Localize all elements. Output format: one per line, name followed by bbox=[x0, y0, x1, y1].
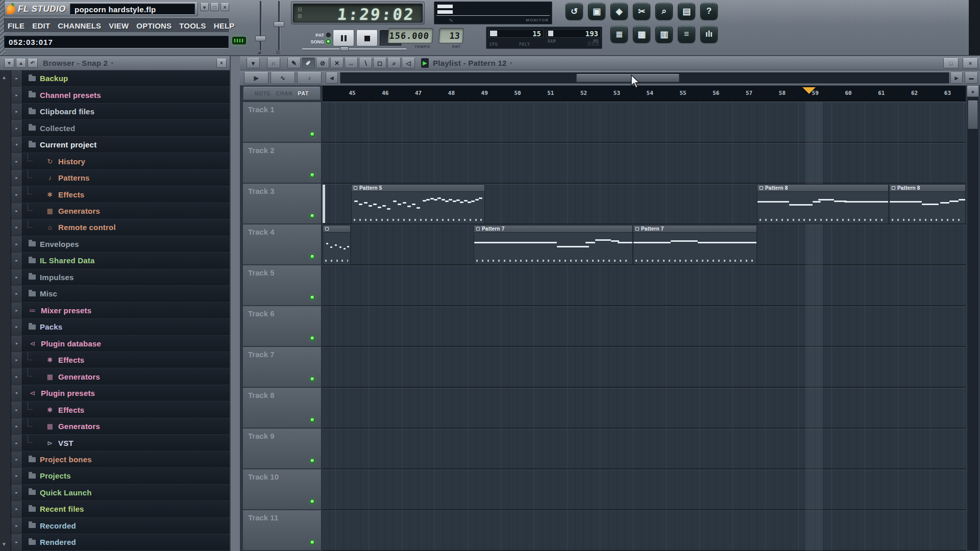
menu-item-help[interactable]: HELP bbox=[214, 21, 235, 30]
tempo-display[interactable]: 156.000 bbox=[387, 28, 433, 43]
expand-arrow-icon[interactable]: ▾ bbox=[11, 137, 22, 153]
mixer-button[interactable]: ≡ bbox=[678, 26, 695, 43]
expand-arrow-icon[interactable]: ▸ bbox=[11, 303, 22, 318]
browser-item-il-shared-data[interactable]: ▸IL Shared Data bbox=[11, 253, 230, 269]
draw-tool-button[interactable]: ✎ bbox=[287, 58, 301, 68]
expand-arrow-icon[interactable]: ▾ bbox=[11, 385, 22, 401]
mode-tab-pat[interactable]: PAT bbox=[298, 91, 309, 96]
clip-header[interactable]: Pattern 7 bbox=[474, 226, 632, 233]
pattern-clip-pattern-8[interactable]: Pattern 8 bbox=[757, 184, 889, 224]
snap-magnet-button[interactable]: ∩ bbox=[267, 58, 280, 68]
notes-view-button[interactable]: ♪ bbox=[297, 72, 322, 84]
browser-item-generators[interactable]: ▸▦Generators bbox=[11, 418, 230, 435]
typing-keyboard-indicator[interactable] bbox=[232, 37, 246, 44]
track-header-11[interactable]: Track 11 bbox=[243, 510, 322, 550]
browser-item-channel-presets[interactable]: ▸Channel presets bbox=[11, 87, 230, 103]
pattern-clip-pattern-7[interactable]: Pattern 7 bbox=[474, 225, 633, 265]
time-mode-icons[interactable]: ⊟⊞ bbox=[298, 7, 302, 19]
vertical-scrollbar[interactable]: ▲ bbox=[967, 86, 979, 551]
track-enable-led[interactable] bbox=[310, 417, 315, 422]
picker-panel-button[interactable]: ▶ bbox=[244, 72, 268, 84]
pattern-number-display[interactable]: 13 bbox=[438, 28, 464, 43]
browser-item-rendered[interactable]: ▸Rendered bbox=[11, 534, 230, 550]
export-wave-button[interactable]: ◈ bbox=[610, 3, 628, 20]
expand-arrow-icon[interactable]: ▸ bbox=[11, 286, 22, 302]
track-enable-led[interactable] bbox=[310, 254, 315, 259]
menu-item-channels[interactable]: CHANNELS bbox=[58, 21, 101, 30]
track-header-4[interactable]: Track 4 bbox=[243, 224, 322, 265]
track-enable-led[interactable] bbox=[310, 377, 315, 382]
expand-arrow-icon[interactable]: ▸ bbox=[11, 452, 22, 467]
expand-arrow-icon[interactable]: ▸ bbox=[11, 352, 22, 368]
browser-item-projects[interactable]: ▸Projects bbox=[11, 468, 230, 484]
menu-item-tools[interactable]: TOOLS bbox=[179, 21, 206, 30]
slice-tool-button[interactable]: ∖ bbox=[359, 58, 372, 68]
expand-arrow-icon[interactable]: ▸ bbox=[11, 319, 22, 335]
pattern-clip-pattern-8[interactable]: Pattern 8 bbox=[889, 184, 966, 224]
expand-arrow-icon[interactable]: ▸ bbox=[11, 253, 22, 268]
expand-arrow-icon[interactable]: ▸ bbox=[11, 368, 22, 384]
app-titlebar[interactable]: FL STUDIO popcorn hardstyle.flp bbox=[4, 2, 198, 16]
track-enable-led[interactable] bbox=[310, 458, 315, 463]
expand-arrow-icon[interactable]: ▸ bbox=[11, 104, 22, 119]
expand-arrow-icon[interactable]: ▸ bbox=[11, 485, 22, 500]
track-header-2[interactable]: Track 2 bbox=[243, 143, 322, 183]
browser-item-generators[interactable]: ▸▦Generators bbox=[11, 203, 230, 219]
browser-item-collected[interactable]: ▸Collected bbox=[11, 120, 230, 136]
browser-expand-button[interactable]: ▴ bbox=[16, 59, 26, 68]
browser-item-plugin-presets[interactable]: ▾⊲Plugin presets bbox=[11, 385, 230, 402]
automation-view-button[interactable]: ∿ bbox=[271, 72, 295, 84]
track-enable-led[interactable] bbox=[310, 213, 315, 218]
save-new-version-button[interactable]: ▣ bbox=[588, 3, 605, 20]
expand-arrow-icon[interactable]: ▸ bbox=[11, 203, 22, 219]
expand-arrow-icon[interactable]: ▸ bbox=[11, 501, 22, 517]
menu-item-file[interactable]: FILE bbox=[8, 21, 24, 30]
shuffle-slider-track[interactable] bbox=[302, 48, 406, 49]
browser-item-patterns[interactable]: ▸♪Patterns bbox=[11, 170, 230, 186]
track-enable-led[interactable] bbox=[310, 132, 315, 137]
playhead-marker[interactable] bbox=[802, 87, 816, 94]
expand-arrow-icon[interactable]: ▾ bbox=[11, 336, 22, 352]
playlist-titlebar[interactable]: ▾∩✎✐⊘✕↔∖◻⌕◁ ▶ Playlist - Pattern 12 ▾ □× bbox=[240, 56, 980, 70]
browser-item-misc[interactable]: ▸Misc bbox=[11, 286, 230, 302]
expand-arrow-icon[interactable]: ▸ bbox=[11, 120, 22, 136]
horizontal-scrollbar[interactable] bbox=[340, 72, 949, 84]
piano-roll-button[interactable]: ▥ bbox=[655, 26, 673, 43]
hzoom-button[interactable]: ▬ bbox=[965, 72, 978, 84]
slider-handle[interactable] bbox=[274, 21, 284, 27]
preview-tool-button[interactable]: ◁ bbox=[402, 58, 415, 68]
browser-item-remote-control[interactable]: ▸⌂Remote control bbox=[11, 219, 230, 236]
scroll-right-button[interactable]: ▶ bbox=[950, 72, 963, 84]
track-header-3[interactable]: Track 3 bbox=[243, 184, 322, 224]
expand-arrow-icon[interactable]: ▸ bbox=[11, 186, 22, 202]
select-tool-button[interactable]: ◻ bbox=[373, 58, 386, 68]
scroll-left-button[interactable]: ◀ bbox=[326, 72, 338, 84]
vertical-scrollbar-thumb[interactable] bbox=[968, 101, 978, 129]
playlist-menu-button[interactable]: ▾ bbox=[247, 58, 260, 68]
playlist-button[interactable]: ≣ bbox=[610, 26, 628, 43]
mode-tab-chan[interactable]: CHAN bbox=[276, 91, 293, 96]
track-enable-led[interactable] bbox=[310, 499, 315, 504]
track-header-5[interactable]: Track 5 bbox=[243, 265, 322, 306]
track-header-7[interactable]: Track 7 bbox=[243, 347, 322, 387]
browser-item-clipboard-files[interactable]: ▸Clipboard files bbox=[11, 104, 230, 120]
browser-scroll-strip[interactable]: ▲ ▼ bbox=[0, 70, 11, 551]
documentation-button[interactable]: ▤ bbox=[678, 3, 695, 20]
horizontal-scrollbar-thumb[interactable] bbox=[576, 74, 679, 82]
clip-header[interactable]: Pattern 8 bbox=[890, 185, 965, 192]
slider-handle[interactable] bbox=[255, 36, 266, 41]
browser-titlebar[interactable]: ▾ ▴ ↶ Browser - Snap 2 ▾ × bbox=[0, 56, 230, 70]
browser-item-recent-files[interactable]: ▸Recent files bbox=[11, 501, 230, 517]
menu-item-edit[interactable]: EDIT bbox=[32, 21, 50, 30]
pattern-clip[interactable] bbox=[323, 225, 351, 265]
step-sequencer-button[interactable]: ▦ bbox=[633, 26, 650, 43]
playlist-grid[interactable]: Pattern 5Pattern 7Pattern 7Pattern 8Patt… bbox=[323, 102, 966, 551]
pat-led[interactable] bbox=[326, 33, 331, 37]
expand-arrow-icon[interactable]: ▸ bbox=[11, 70, 22, 86]
track-header-9[interactable]: Track 9 bbox=[243, 429, 322, 469]
browser-item-packs[interactable]: ▸Packs bbox=[11, 319, 230, 335]
master-pitch-slider[interactable] bbox=[274, 1, 285, 52]
browser-item-effects[interactable]: ▸✱Effects bbox=[11, 402, 230, 418]
browser-back-button[interactable]: ↶ bbox=[28, 59, 38, 68]
browser-item-current-project[interactable]: ▾Current project bbox=[11, 137, 230, 153]
